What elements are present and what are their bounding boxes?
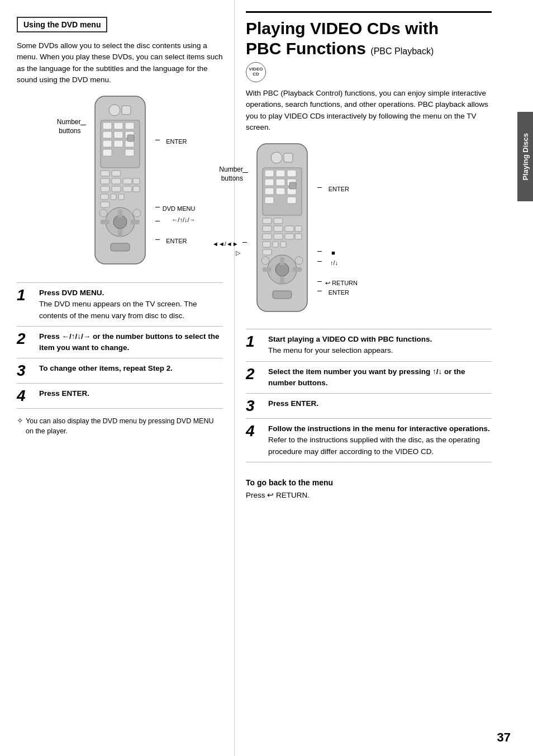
- svg-rect-24: [123, 186, 132, 192]
- right-step-2-number: 2: [246, 366, 264, 382]
- right-step-2-content: Select the item number you want by press…: [268, 366, 492, 389]
- svg-rect-32: [101, 220, 110, 224]
- svg-rect-21: [133, 178, 140, 184]
- left-remote-svg: [84, 93, 156, 272]
- right-step-1: 1 Start playing a VIDEO CD with PBC func…: [246, 329, 492, 361]
- right-step-4-content: Follow the instructions in the menu for …: [268, 423, 492, 457]
- right-enter-top-label: ENTER: [329, 186, 349, 192]
- svg-rect-43: [265, 170, 274, 177]
- to-go-back-text: Press ↩ RETURN.: [246, 490, 492, 499]
- left-column: Using the DVD menu Some DVDs allow you t…: [0, 0, 235, 756]
- step-4-number: 4: [17, 388, 35, 404]
- step-3-number: 3: [17, 363, 35, 379]
- svg-rect-22: [101, 186, 110, 192]
- step-1-content: Press DVD MENU. The DVD menu appears on …: [39, 287, 223, 322]
- right-step-1-title: Start playing a VIDEO CD with PBC functi…: [268, 335, 432, 343]
- enter-bottom-line-left: [155, 239, 160, 240]
- arrows-line-left: [155, 221, 160, 221]
- right-step-4: 4 Follow the instructions in the menu fo…: [246, 418, 492, 462]
- right-updown-line: [317, 261, 322, 262]
- svg-rect-27: [111, 194, 116, 200]
- svg-point-37: [133, 209, 141, 217]
- right-step-4-number: 4: [246, 423, 264, 439]
- svg-rect-45: [287, 170, 296, 177]
- svg-rect-61: [263, 234, 272, 239]
- svg-rect-52: [265, 197, 274, 204]
- right-stop-label: ■: [331, 249, 335, 256]
- right-title-main: Playing VIDEO CDs with PBC Functions (PB…: [246, 18, 492, 59]
- right-step-4-body: Refer to the instructions supplied with …: [268, 436, 480, 455]
- step-1-title: Press DVD MENU.: [39, 289, 104, 297]
- right-remote-svg: [246, 141, 318, 320]
- svg-rect-50: [276, 188, 285, 195]
- right-step-3-number: 3: [246, 398, 264, 414]
- enter-top-line-left: [155, 140, 160, 140]
- svg-rect-49: [265, 188, 274, 195]
- step-2-number: 2: [17, 331, 35, 347]
- right-return-label: ↩ RETURN: [325, 280, 358, 287]
- arrows-label-left: ←/↑/↓/→: [172, 216, 195, 223]
- svg-rect-57: [263, 226, 272, 231]
- svg-rect-64: [295, 234, 302, 239]
- left-steps: 1 Press DVD MENU. The DVD menu appears o…: [17, 282, 223, 409]
- to-go-back-section: To go back to the menu Press ↩ RETURN.: [246, 470, 492, 499]
- svg-rect-73: [280, 257, 284, 265]
- svg-rect-54: [289, 182, 296, 189]
- step-1-body: The DVD menu appears on the TV screen. T…: [39, 300, 197, 319]
- tip-icon: ✧: [17, 415, 23, 427]
- svg-rect-38: [111, 243, 130, 251]
- svg-rect-34: [118, 210, 122, 218]
- svg-rect-25: [133, 186, 140, 192]
- right-step-2-title: Select the item number you want by press…: [268, 367, 465, 387]
- svg-rect-44: [276, 170, 285, 177]
- right-step-3-title: Press ENTER.: [268, 399, 318, 408]
- to-go-back-title: To go back to the menu: [246, 478, 492, 487]
- svg-point-1: [109, 105, 120, 116]
- right-step-3-content: Press ENTER.: [268, 398, 492, 409]
- svg-rect-72: [293, 267, 302, 272]
- right-updown-label: ↑/↓: [330, 259, 338, 266]
- svg-rect-66: [273, 242, 278, 247]
- step-1-number: 1: [17, 287, 35, 303]
- svg-point-76: [295, 257, 303, 264]
- right-step-1-number: 1: [246, 334, 264, 349]
- left-step-2: 2 Press ←/↑/↓/→ or the number buttons to…: [17, 326, 223, 358]
- svg-rect-59: [285, 226, 294, 231]
- right-label-line: [242, 172, 248, 173]
- right-step-1-content: Start playing a VIDEO CD with PBC functi…: [268, 334, 492, 357]
- svg-rect-58: [274, 226, 283, 231]
- svg-rect-5: [114, 122, 123, 129]
- step-2-content: Press ←/↑/↓/→ or the number buttons to s…: [39, 331, 223, 354]
- svg-rect-68: [263, 249, 272, 255]
- svg-rect-55: [263, 218, 272, 224]
- step-3-title: To change other items, repeat Step 2.: [39, 364, 173, 372]
- left-remote-container: Numberbuttons ENTER DVD MENU ←/↑/↓/→ ENT…: [17, 93, 223, 272]
- svg-rect-28: [118, 194, 124, 200]
- left-step-3: 3 To change other items, repeat Step 2.: [17, 358, 223, 383]
- video-cd-badge: VIDEOCD: [246, 62, 266, 82]
- left-remote-wrapper: Numberbuttons ENTER DVD MENU ←/↑/↓/→ ENT…: [84, 93, 156, 272]
- svg-rect-65: [263, 242, 270, 247]
- left-step-1: 1 Press DVD MENU. The DVD menu appears o…: [17, 282, 223, 326]
- svg-rect-16: [101, 171, 110, 176]
- enter-top-label-left: ENTER: [166, 138, 187, 145]
- right-play-label: ▷: [236, 249, 240, 257]
- page-number: 37: [497, 730, 511, 745]
- svg-rect-74: [280, 276, 284, 284]
- svg-rect-46: [265, 179, 274, 186]
- svg-rect-67: [280, 242, 286, 247]
- right-number-buttons-label: Numberbuttons: [201, 166, 243, 183]
- svg-rect-77: [273, 291, 292, 299]
- right-remote-wrapper: Numberbuttons ENTER ◄◄/◄► ▷ ■ ↑/↓ ↩ RETU…: [246, 141, 318, 320]
- right-step-4-title: Follow the instructions in the menu for …: [268, 424, 490, 433]
- svg-rect-2: [122, 106, 131, 115]
- right-enter-bottom-line: [317, 291, 322, 291]
- svg-rect-53: [287, 197, 296, 204]
- right-step-1-body: The menu for your selection appears.: [268, 346, 393, 355]
- svg-rect-47: [276, 179, 285, 186]
- enter-bottom-label-left: ENTER: [166, 238, 187, 244]
- step-3-content: To change other items, repeat Step 2.: [39, 363, 223, 374]
- svg-point-36: [99, 209, 107, 217]
- step-4-content: Press ENTER.: [39, 388, 223, 399]
- right-title-area: Playing VIDEO CDs with PBC Functions (PB…: [246, 11, 492, 59]
